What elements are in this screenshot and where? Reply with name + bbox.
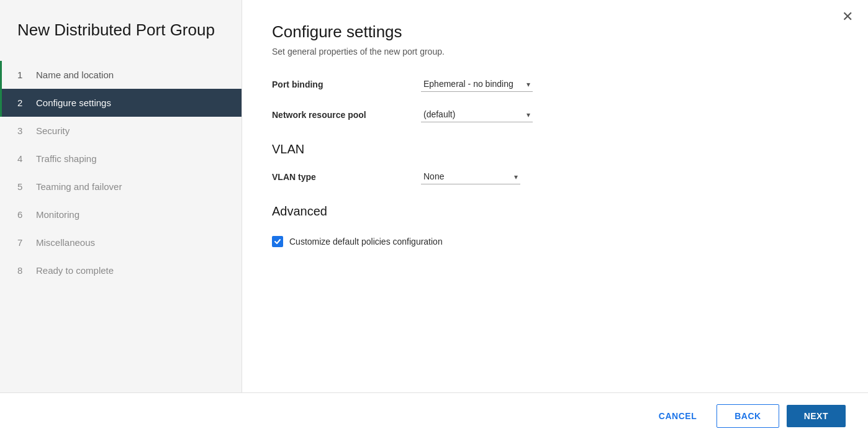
network-resource-pool-control: (default) ▾ bbox=[421, 107, 533, 122]
network-resource-pool-label: Network resource pool bbox=[272, 110, 421, 120]
step-label-2: Configure settings bbox=[36, 97, 111, 108]
vlan-type-select[interactable]: NoneVLANVLAN TrunkingPrivate VLAN bbox=[421, 169, 520, 184]
step-num-5: 5 bbox=[17, 181, 29, 192]
step-num-4: 4 bbox=[17, 153, 29, 164]
step-num-7: 7 bbox=[17, 237, 29, 248]
step-num-1: 1 bbox=[17, 70, 29, 80]
port-binding-control: Ephemeral - no bindingStatic bindingDyna… bbox=[421, 76, 533, 92]
sidebar-step-6[interactable]: 6Monitoring bbox=[0, 201, 242, 229]
dialog: ✕ New Distributed Port Group 1Name and l… bbox=[0, 0, 868, 439]
active-step-bar bbox=[0, 89, 2, 117]
vlan-section-title: VLAN bbox=[272, 142, 838, 156]
customize-checkbox[interactable] bbox=[272, 236, 283, 247]
customize-checkbox-row: Customize default policies configuration bbox=[272, 236, 838, 247]
back-button[interactable]: BACK bbox=[717, 404, 779, 428]
close-icon: ✕ bbox=[842, 9, 853, 24]
sidebar-step-5[interactable]: 5Teaming and failover bbox=[0, 173, 242, 201]
vlan-type-control: NoneVLANVLAN TrunkingPrivate VLAN ▾ bbox=[421, 169, 520, 184]
page-title: Configure settings bbox=[272, 22, 838, 42]
step-label-4: Traffic shaping bbox=[36, 153, 97, 164]
step-label-6: Monitoring bbox=[36, 209, 79, 220]
cancel-button[interactable]: CANCEL bbox=[646, 405, 709, 427]
port-binding-select[interactable]: Ephemeral - no bindingStatic bindingDyna… bbox=[421, 76, 533, 92]
step-num-8: 8 bbox=[17, 265, 29, 276]
vlan-type-row: VLAN type NoneVLANVLAN TrunkingPrivate V… bbox=[272, 169, 838, 184]
step-label-1: Name and location bbox=[36, 70, 114, 80]
port-binding-label: Port binding bbox=[272, 79, 421, 89]
sidebar-steps: 1Name and location2Configure settings3Se… bbox=[0, 61, 242, 392]
step-num-6: 6 bbox=[17, 209, 29, 220]
sidebar-step-1[interactable]: 1Name and location bbox=[0, 61, 242, 89]
vlan-type-label: VLAN type bbox=[272, 172, 421, 182]
network-resource-pool-row: Network resource pool (default) ▾ bbox=[272, 107, 838, 122]
dialog-footer: CANCEL BACK NEXT bbox=[0, 392, 868, 439]
sidebar-step-3[interactable]: 3Security bbox=[0, 117, 242, 145]
sidebar-step-8[interactable]: 8Ready to complete bbox=[0, 256, 242, 284]
step-label-7: Miscellaneous bbox=[36, 237, 95, 248]
sidebar-title: New Distributed Port Group bbox=[0, 20, 242, 61]
advanced-section-title: Advanced bbox=[272, 204, 838, 219]
page-subtitle: Set general properties of the new port g… bbox=[272, 47, 838, 57]
step-num-2: 2 bbox=[17, 97, 29, 108]
completed-step-bar bbox=[0, 61, 2, 89]
main-content: Configure settings Set general propertie… bbox=[242, 0, 868, 392]
sidebar-step-4[interactable]: 4Traffic shaping bbox=[0, 145, 242, 173]
step-label-5: Teaming and failover bbox=[36, 181, 122, 192]
sidebar-step-7[interactable]: 7Miscellaneous bbox=[0, 229, 242, 256]
sidebar-step-2[interactable]: 2Configure settings bbox=[0, 89, 242, 117]
step-label-3: Security bbox=[36, 125, 70, 136]
step-label-8: Ready to complete bbox=[36, 265, 114, 276]
customize-checkbox-label: Customize default policies configuration bbox=[289, 237, 443, 247]
network-resource-pool-select[interactable]: (default) bbox=[421, 107, 533, 122]
step-num-3: 3 bbox=[17, 125, 29, 136]
sidebar: New Distributed Port Group 1Name and loc… bbox=[0, 0, 242, 392]
dialog-body: New Distributed Port Group 1Name and loc… bbox=[0, 0, 868, 392]
close-button[interactable]: ✕ bbox=[842, 10, 853, 24]
port-binding-row: Port binding Ephemeral - no bindingStati… bbox=[272, 76, 838, 92]
next-button[interactable]: NEXT bbox=[787, 405, 846, 427]
